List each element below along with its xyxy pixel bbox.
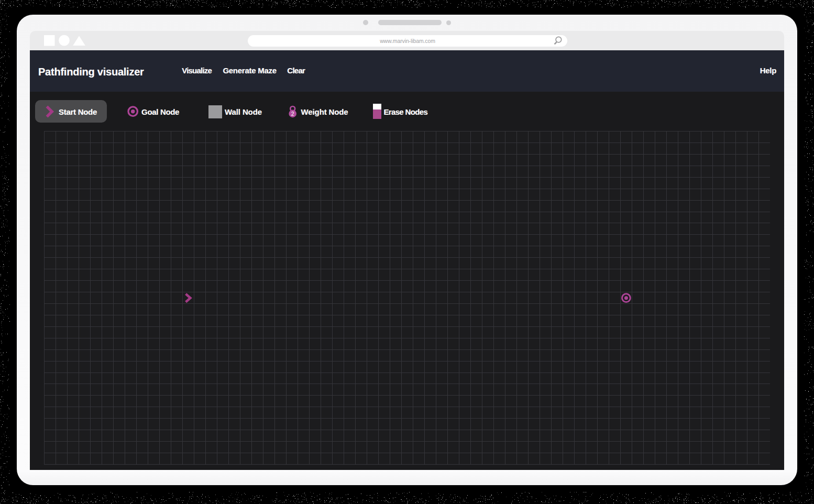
svg-text:2: 2 [291, 111, 294, 117]
